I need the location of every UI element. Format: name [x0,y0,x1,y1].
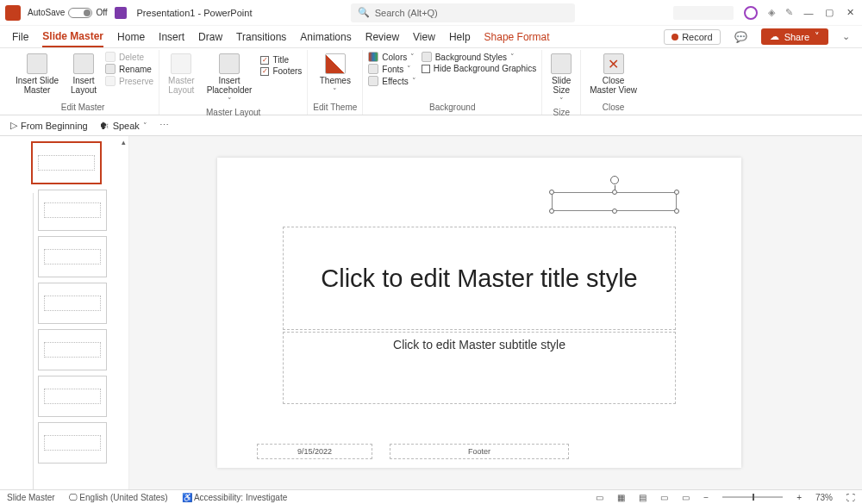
subtitle-placeholder[interactable]: Click to edit Master subtitle style [283,332,676,404]
fonts-button[interactable]: Fonts [368,64,415,74]
thumbnail-master[interactable] [31,141,102,184]
selected-shape[interactable] [552,192,677,211]
zoom-level[interactable]: 73% [815,493,833,502]
delete-icon [105,52,116,62]
tab-help[interactable]: Help [449,28,471,47]
autosave-toggle[interactable]: AutoSave Off [28,8,108,18]
tab-insert[interactable]: Insert [159,28,184,47]
slide-size-button[interactable]: Slide Size [547,52,575,108]
resize-handle-icon[interactable] [549,190,554,195]
bg-styles-icon [422,52,432,62]
maximize-button[interactable]: ▢ [824,8,834,18]
overflow-icon[interactable]: ⋯ [159,120,169,131]
ribbon-collapse-icon[interactable]: ⌄ [842,31,850,42]
effects-button[interactable]: Effects [368,76,415,86]
diamond-icon[interactable]: ◈ [768,7,775,18]
background-styles-button[interactable]: Background Styles [422,52,537,62]
thumbnail-layout[interactable] [38,329,107,370]
close-master-view-button[interactable]: ✕Close Master View [586,52,640,96]
minimize-button[interactable]: — [803,8,814,18]
thumbnail-layout[interactable] [38,283,107,324]
sorter-view-icon[interactable]: ▤ [639,493,646,502]
save-icon[interactable] [115,7,127,19]
thumbnail-layout[interactable] [38,376,107,417]
themes-label: Themes [320,76,351,85]
fonts-icon [368,64,378,74]
tab-file[interactable]: File [12,28,28,47]
tab-view[interactable]: View [413,28,435,47]
thumbnail-layout[interactable] [38,422,107,464]
group-edit-theme-label: Edit Theme [313,103,357,115]
speak-label: Speak [113,121,140,131]
insert-placeholder-label: Insert Placeholder [207,76,253,95]
resize-handle-icon[interactable] [612,208,617,214]
notes-icon[interactable]: ▭ [596,493,603,502]
resize-handle-icon[interactable] [674,208,679,214]
reading-view-icon[interactable]: ▭ [660,493,668,502]
slide-canvas-area[interactable]: Click to edit Master title style Click t… [129,136,862,489]
date-placeholder[interactable]: 9/15/2022 [257,444,372,459]
from-beginning-button[interactable]: ▷From Beginning [10,120,88,131]
resize-handle-icon[interactable] [612,190,617,195]
fit-window-icon[interactable]: ⛶ [846,493,855,502]
checkbox-checked-icon [260,56,269,65]
colors-button[interactable]: Colors [368,52,415,62]
thumbnail-layout[interactable] [38,190,107,231]
normal-view-icon[interactable]: ▦ [617,493,625,502]
preserve-label: Preserve [119,77,153,86]
account-avatar-icon[interactable] [744,6,758,20]
tab-review[interactable]: Review [365,28,399,47]
group-background: Colors Fonts Effects Background Styles H… [363,50,542,115]
rotate-handle-icon[interactable] [610,176,619,184]
group-size: Slide Size Size [542,50,581,115]
tab-draw[interactable]: Draw [198,28,222,47]
placeholder-icon [219,53,240,74]
insert-slide-master-label: Insert Slide Master [16,76,59,95]
titlebar-left: AutoSave Off Presentation1 - PowerPoint [0,5,252,21]
zoom-slider[interactable] [722,496,783,498]
pen-icon[interactable]: ✎ [785,7,793,18]
zoom-out-button[interactable]: − [703,493,709,502]
hierarchy-line [33,193,34,489]
resize-handle-icon[interactable] [674,190,679,195]
tab-home[interactable]: Home [117,28,145,47]
tab-slide-master[interactable]: Slide Master [42,27,103,47]
language-button[interactable]: 🖵 English (United States) [69,493,168,502]
toggle-off-icon[interactable] [68,8,92,18]
slideshow-view-icon[interactable]: ▭ [682,493,690,502]
themes-icon [325,53,346,74]
close-button[interactable]: ✕ [845,8,855,18]
share-button[interactable]: ☁ Share ˅ [761,28,828,45]
search-icon: 🔍 [358,7,370,18]
title-placeholder[interactable]: Click to edit Master title style [283,227,676,330]
footers-checkbox[interactable]: Footers [260,66,302,76]
slide-master-canvas[interactable]: Click to edit Master title style Click t… [217,158,741,468]
footer-placeholder[interactable]: Footer [390,444,569,459]
themes-button[interactable]: Themes [316,52,354,98]
play-icon: ▷ [10,120,17,131]
account-name[interactable] [673,6,734,20]
search-box[interactable]: 🔍 Search (Alt+Q) [351,3,575,22]
insert-slide-master-button[interactable]: Insert Slide Master [12,52,62,96]
speak-button[interactable]: 🗣Speak [100,121,147,131]
tab-shape-format[interactable]: Shape Format [484,28,550,47]
hide-bg-checkbox[interactable]: Hide Background Graphics [422,64,537,73]
footers-checkbox-label: Footers [272,66,302,76]
group-master-layout: Master Layout Insert Placeholder Title F… [159,50,308,115]
comments-icon[interactable]: 💬 [734,31,747,43]
thumbnail-pane[interactable]: ▴ [0,136,129,489]
record-button[interactable]: Record [664,29,720,45]
accessibility-button[interactable]: ♿ Accessibility: Investigate [182,493,288,502]
zoom-in-button[interactable]: + [796,493,802,502]
title-checkbox[interactable]: Title [260,55,302,65]
tab-transitions[interactable]: Transitions [236,28,286,47]
thumbnail-layout[interactable] [38,236,107,277]
bg-styles-label: Background Styles [435,53,507,62]
accessibility-icon: ♿ [182,493,194,502]
resize-handle-icon[interactable] [549,208,554,214]
insert-placeholder-button[interactable]: Insert Placeholder [203,52,256,108]
scroll-up-icon[interactable]: ▴ [118,136,128,148]
tab-animations[interactable]: Animations [300,28,351,47]
rename-button[interactable]: Rename [105,64,153,74]
insert-layout-button[interactable]: Insert Layout [67,52,100,96]
